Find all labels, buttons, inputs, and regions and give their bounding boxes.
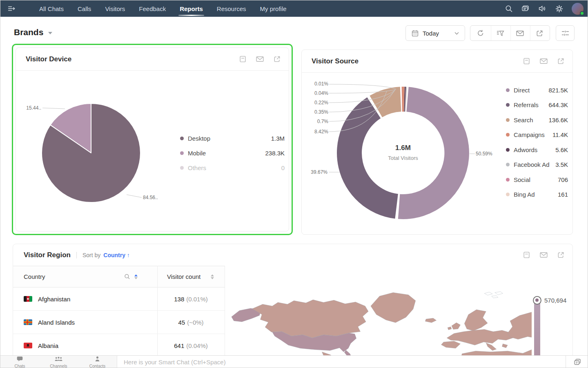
legend-label: Direct <box>514 87 530 94</box>
page-title: Brands <box>14 27 43 37</box>
export-icon[interactable] <box>557 251 564 258</box>
legend-dot <box>506 133 510 137</box>
table-row-aland-islands[interactable]: Aland Islands45(~0%) <box>13 311 225 334</box>
bottom-tab-chats[interactable]: Chats <box>0 356 39 368</box>
legend-label: Others <box>188 164 206 171</box>
map-scale-marker[interactable] <box>533 296 541 305</box>
column-search-icon[interactable] <box>124 274 130 280</box>
settings-icon[interactable] <box>555 4 563 13</box>
customize-columns-button[interactable] <box>556 25 575 41</box>
donut-callout-label: 0.35% <box>314 109 328 115</box>
legend-value: 161 <box>558 191 568 198</box>
sound-icon[interactable] <box>538 4 546 13</box>
donut-callout-label: 39.67% <box>311 169 327 175</box>
people-group-icon <box>54 356 63 364</box>
donut-callout-label: 8.42% <box>314 129 328 135</box>
filter-icon[interactable] <box>491 26 510 40</box>
visitor-count-pct: (~0%) <box>187 319 203 326</box>
stacked-windows-icon[interactable] <box>574 359 581 366</box>
legend-item-desktop[interactable]: Desktop1.3M <box>180 131 285 146</box>
legend-label: Referrals <box>514 101 539 108</box>
search-icon[interactable] <box>505 4 513 13</box>
visitor-count-value: 45 <box>178 319 185 326</box>
mail-icon[interactable] <box>510 26 529 40</box>
top-navigation: All ChatsCallsVisitorsFeedbackReportsRes… <box>0 0 588 17</box>
nav-item-my-profile[interactable]: My profile <box>253 0 294 17</box>
legend-item-campaigns[interactable]: Campaigns11.4K <box>506 128 568 143</box>
legend-label: Mobile <box>188 150 206 157</box>
bottom-tab-label: Channels <box>50 364 67 368</box>
legend-item-mobile[interactable]: Mobile238.3K <box>180 146 285 160</box>
sort-by-label: Sort by <box>82 252 100 258</box>
sort-field-link[interactable]: Country ↑ <box>103 252 130 258</box>
pie-label-desktop-pct: 84.56.. <box>143 195 158 200</box>
legend-dot <box>506 178 510 182</box>
messages-icon[interactable] <box>521 4 530 13</box>
nav-item-visitors[interactable]: Visitors <box>98 0 132 17</box>
mail-icon[interactable] <box>256 56 264 62</box>
visitor-source-card: Visitor Source 0.01%0.04%0.22%0.35%0.7%8… <box>301 49 573 235</box>
report-icon[interactable] <box>239 56 246 63</box>
sliders-icon <box>561 30 569 37</box>
visitor-device-header: Visitor Device <box>16 48 289 71</box>
country-name: Afghanistan <box>38 296 70 303</box>
nav-item-feedback[interactable]: Feedback <box>132 0 173 17</box>
pie-label-mobile-pct: 15.44.. <box>26 105 41 111</box>
bottom-tab-contacts[interactable]: Contacts <box>78 356 117 368</box>
card-actions <box>239 48 281 70</box>
nav-item-all-chats[interactable]: All Chats <box>32 0 71 17</box>
flag-icon-afghanistan <box>24 296 32 302</box>
export-icon[interactable] <box>530 26 549 40</box>
report-icon[interactable] <box>523 251 530 258</box>
legend-item-adwords[interactable]: Adwords5.6K <box>506 142 568 157</box>
avatar[interactable] <box>572 3 584 15</box>
legend-dot <box>506 118 510 122</box>
column-header-visitor-count[interactable]: Visitor count <box>157 266 225 287</box>
smart-chat-area <box>117 356 566 368</box>
nav-right-icons <box>505 0 584 17</box>
nav-item-resources[interactable]: Resources <box>210 0 253 17</box>
legend-value: 3.5K <box>555 161 568 168</box>
brands-dropdown[interactable]: Brands <box>14 27 52 37</box>
chart-slice <box>402 87 405 112</box>
date-range-button[interactable]: Today <box>405 25 465 41</box>
app-window: All ChatsCallsVisitorsFeedbackReportsRes… <box>0 0 588 368</box>
table-row-albania[interactable]: Albania641(0.04%) <box>13 334 225 357</box>
legend-dot <box>506 193 510 196</box>
sort-toggle-country[interactable] <box>134 274 138 279</box>
chevron-down-icon <box>48 32 52 34</box>
nav-item-calls[interactable]: Calls <box>71 0 98 17</box>
legend-dot <box>180 151 184 155</box>
table-row-afghanistan[interactable]: Afghanistan138(0.01%) <box>13 287 225 311</box>
country-name: Aland Islands <box>38 319 75 326</box>
legend-item-facebook-ad[interactable]: Facebook Ad3.5K <box>506 157 568 173</box>
person-icon <box>95 356 100 364</box>
legend-item-direct[interactable]: Direct821.5K <box>506 83 568 98</box>
legend-dot <box>506 88 510 92</box>
legend-item-referrals[interactable]: Referrals644.3K <box>506 98 568 113</box>
bottom-bar: ChatsChannelsContacts <box>0 355 588 368</box>
legend-item-search[interactable]: Search136.6K <box>506 112 568 128</box>
bottom-tab-channels[interactable]: Channels <box>39 356 78 368</box>
visitor-count-cell: 641(0.04%) <box>157 342 225 349</box>
legend-item-social[interactable]: Social706 <box>506 172 568 187</box>
refresh-icon[interactable] <box>471 26 490 40</box>
chat-bubble-icon <box>17 356 23 364</box>
bottom-tabs: ChatsChannelsContacts <box>0 356 117 368</box>
mail-icon[interactable] <box>540 252 548 258</box>
online-status-badge <box>580 11 584 16</box>
donut-callout-label: 0.04% <box>314 90 328 96</box>
legend-item-bing-ad[interactable]: Bing Ad161 <box>506 187 568 202</box>
collapse-menu-icon[interactable] <box>8 0 20 17</box>
card-title: Visitor Device <box>26 55 71 63</box>
legend-item-others[interactable]: Others0 <box>180 160 285 175</box>
nav-item-reports[interactable]: Reports <box>173 0 210 17</box>
legend-dot <box>180 166 184 170</box>
smart-chat-input[interactable] <box>124 359 566 366</box>
legend-label: Campaigns <box>514 131 545 138</box>
visitor-region-header: Visitor Region Sort by Country ↑ <box>13 244 572 266</box>
region-table-body: Afghanistan138(0.01%)Aland Islands45(~0%… <box>13 287 225 357</box>
sort-toggle-visitor-count[interactable] <box>211 274 214 279</box>
column-header-country[interactable]: Country <box>13 266 157 287</box>
export-icon[interactable] <box>274 56 281 63</box>
